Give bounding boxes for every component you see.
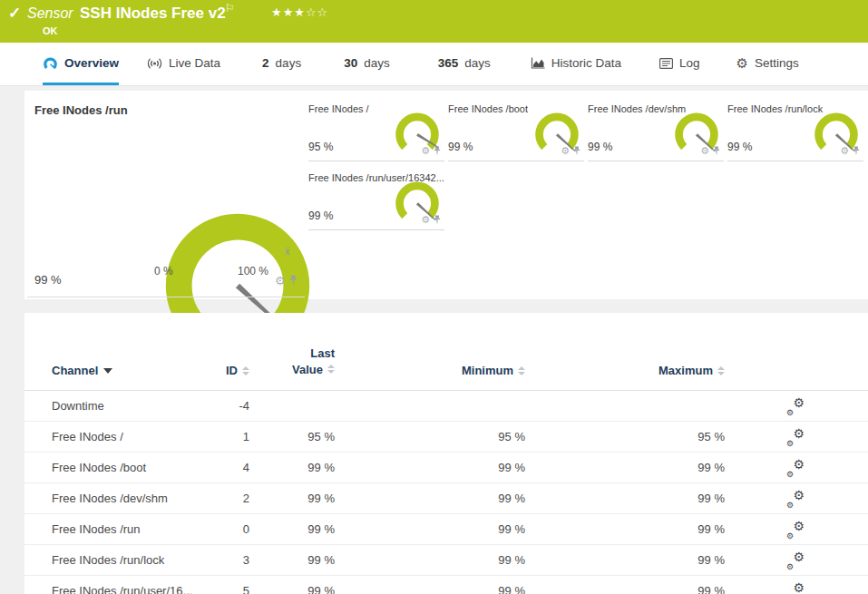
gauge-gear-icon[interactable]: ⚙ <box>421 146 430 156</box>
gauge-icon <box>43 56 58 71</box>
tab-live-data[interactable]: Live Data <box>147 43 220 85</box>
sort-icon <box>327 365 335 374</box>
tab-2-days[interactable]: 2 days <box>262 43 301 85</box>
channel-name: Free INodes / <box>24 430 197 443</box>
minimum-value: 99 % <box>335 492 525 505</box>
table-header-row: Channel ID Last Value Minimum Maximum <box>24 313 868 391</box>
maximum-value: 99 % <box>525 584 725 594</box>
channel-id: 5 <box>197 584 249 594</box>
last-value: 99 % <box>249 461 335 474</box>
gear-icon: ⚙ <box>736 56 748 70</box>
col-header-minimum[interactable]: Minimum <box>335 364 525 377</box>
primary-gauge-value: 99 % <box>34 273 62 287</box>
channel-id: 3 <box>197 553 249 567</box>
col-header-last-value[interactable]: Last Value <box>249 346 335 377</box>
gauge-tile-title: Free INodes /dev/shm <box>588 103 686 114</box>
maximum-value: 99 % <box>525 522 725 536</box>
channel-settings-icon[interactable]: ⚙⚙ <box>786 460 805 476</box>
table-row[interactable]: Free INodes /run/lock 3 99 % 99 % 99 % ⚙… <box>24 545 868 576</box>
channel-table-panel: Channel ID Last Value Minimum Maximum Do… <box>24 313 868 594</box>
tab-bar: Overview Live Data 2 days 30 days 365 da… <box>0 43 868 86</box>
pin-icon[interactable] <box>434 215 441 225</box>
pin-icon[interactable] <box>289 275 297 287</box>
gauge-tile-run-user: Free INodes /run/user/16342... 99 % ⚙ <box>308 167 444 230</box>
gauge-scale-min: 0 % <box>154 265 173 278</box>
live-signal-icon <box>147 57 162 70</box>
last-value: 99 % <box>249 492 335 505</box>
gauge-tile-value: 99 % <box>448 141 473 153</box>
channel-settings-icon[interactable]: ⚙⚙ <box>786 398 805 414</box>
minimum-value: 99 % <box>335 461 525 474</box>
gauge-tile-title: Free INodes /run/lock <box>727 103 823 114</box>
pin-icon[interactable] <box>434 146 441 156</box>
minimum-value: 99 % <box>335 584 525 594</box>
object-type-label: Sensor <box>27 5 73 22</box>
gauge-gear-icon[interactable]: ⚙ <box>700 146 709 156</box>
channel-name: Free INodes /boot <box>24 461 197 474</box>
gauge-tile-value: 99 % <box>727 141 752 153</box>
gauge-gear-icon[interactable]: ⚙ <box>275 275 286 287</box>
table-row[interactable]: Free INodes /run/user/16... 5 99 % 99 % … <box>24 576 868 594</box>
channel-id: 1 <box>197 430 249 443</box>
gauge-tile-root: Free INodes / 95 % ⚙ <box>308 98 444 161</box>
channel-id: 0 <box>197 522 249 536</box>
prtg-sensor-page: ✓ Sensor SSH INodes Free v2 ⚐ ★★★☆☆ OK O… <box>0 0 868 594</box>
tab-historic-data[interactable]: Historic Data <box>531 43 621 85</box>
col-header-maximum[interactable]: Maximum <box>525 364 725 377</box>
channel-id: 2 <box>197 492 249 505</box>
channel-settings-icon[interactable]: ⚙⚙ <box>786 583 805 594</box>
gauge-tile-run-lock: Free INodes /run/lock 99 % ⚙ <box>727 98 863 161</box>
maximum-value: 99 % <box>525 492 725 505</box>
sort-icon <box>242 366 249 375</box>
pin-icon[interactable] <box>573 146 580 156</box>
channel-name: Free INodes /run <box>24 522 197 536</box>
tab-settings[interactable]: ⚙ Settings <box>736 43 799 85</box>
gauge-tile-dev-shm: Free INodes /dev/shm 99 % ⚙ <box>588 98 724 161</box>
last-value: 95 % <box>249 430 335 443</box>
minimum-value: 99 % <box>335 553 525 567</box>
table-row[interactable]: Free INodes /run 0 99 % 99 % 99 % ⚙⚙ <box>24 514 868 545</box>
tab-overview[interactable]: Overview <box>43 43 119 85</box>
tab-log[interactable]: Log <box>659 43 700 85</box>
status-badge: OK <box>43 25 58 36</box>
minimum-value: 99 % <box>335 522 525 536</box>
gauge-scale-max: 100 % <box>238 265 268 278</box>
gauge-gear-icon[interactable]: ⚙ <box>840 146 849 156</box>
pin-icon[interactable] <box>713 146 720 156</box>
sort-icon <box>717 366 725 375</box>
minimum-value: 95 % <box>335 430 525 443</box>
table-row[interactable]: Downtime -4 ⚙⚙ <box>24 391 868 422</box>
pin-icon[interactable] <box>853 146 860 156</box>
sort-icon <box>518 366 525 375</box>
tab-365-days[interactable]: 365 days <box>438 43 491 85</box>
gauge-tile-title: Free INodes /boot <box>448 103 528 114</box>
priority-stars[interactable]: ★★★☆☆ <box>271 5 328 19</box>
area-chart-icon <box>531 57 545 70</box>
gauge-tile-value: 99 % <box>588 141 612 153</box>
channel-settings-icon[interactable]: ⚙⚙ <box>786 429 805 445</box>
channel-settings-icon[interactable]: ⚙⚙ <box>786 521 805 538</box>
maximum-value: 95 % <box>525 430 725 443</box>
table-row[interactable]: Free INodes /dev/shm 2 99 % 99 % 99 % ⚙⚙ <box>24 483 868 514</box>
primary-gauge-title: Free INodes /run <box>34 103 128 117</box>
last-value: 99 % <box>249 522 335 536</box>
channel-name: Downtime <box>24 399 197 413</box>
last-value: 99 % <box>249 553 335 567</box>
sensor-title: SSH INodes Free v2 <box>80 5 226 23</box>
table-row[interactable]: Free INodes / 1 95 % 95 % 95 % ⚙⚙ <box>24 422 868 453</box>
gauge-gear-icon[interactable]: ⚙ <box>561 146 570 156</box>
last-value: 99 % <box>249 584 335 594</box>
channel-name: Free INodes /dev/shm <box>24 492 197 505</box>
gauge-gear-icon[interactable]: ⚙ <box>421 215 430 225</box>
table-row[interactable]: Free INodes /boot 4 99 % 99 % 99 % ⚙⚙ <box>24 453 868 483</box>
col-header-channel[interactable]: Channel <box>24 364 197 377</box>
log-list-icon <box>659 58 673 69</box>
channel-settings-icon[interactable]: ⚙⚙ <box>786 552 805 569</box>
favorite-flag-icon[interactable]: ⚐ <box>225 2 235 15</box>
tab-30-days[interactable]: 30 days <box>344 43 390 85</box>
channel-id: 4 <box>197 461 249 474</box>
maximum-value: 99 % <box>525 553 725 567</box>
col-header-id[interactable]: ID <box>197 364 249 377</box>
channel-settings-icon[interactable]: ⚙⚙ <box>786 491 805 507</box>
divider <box>27 297 305 297</box>
